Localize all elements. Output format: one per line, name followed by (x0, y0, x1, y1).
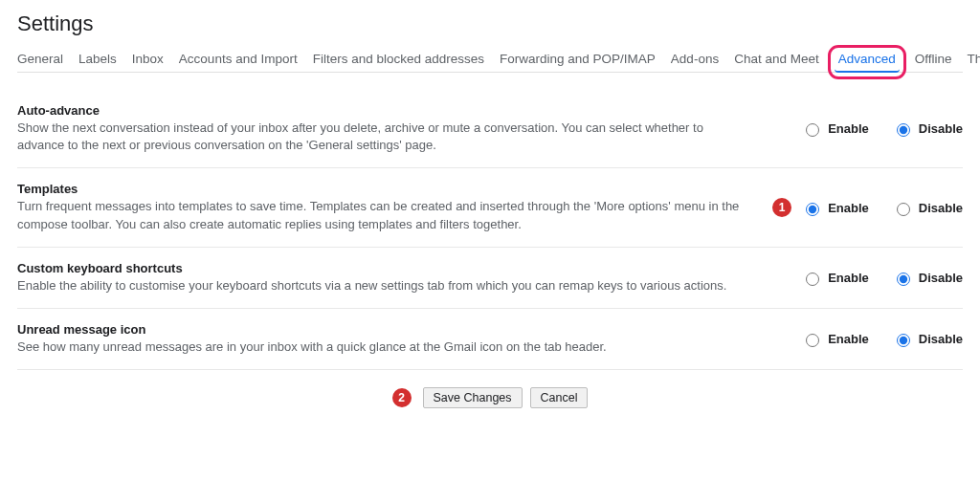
templates-enable-radio[interactable] (806, 203, 819, 216)
page-title: Settings (17, 11, 963, 36)
tab-general[interactable]: General (17, 52, 63, 66)
annotation-badge-2: 2 (392, 388, 412, 407)
custom-shortcuts-enable-option[interactable]: Enable (801, 270, 869, 286)
setting-templates: Templates Turn frequent messages into te… (17, 168, 963, 247)
tab-themes[interactable]: Themes (968, 52, 980, 66)
enable-label: Enable (828, 271, 869, 285)
tab-accounts-import[interactable]: Accounts and Import (179, 52, 298, 66)
disable-label: Disable (919, 121, 963, 136)
templates-disable-radio[interactable] (897, 203, 910, 216)
tab-labels[interactable]: Labels (78, 52, 117, 66)
unread-icon-disable-radio[interactable] (897, 334, 910, 347)
disable-label: Disable (919, 271, 963, 285)
templates-enable-option[interactable]: Enable (801, 200, 869, 216)
setting-unread-icon: Unread message icon See how many unread … (17, 309, 963, 370)
enable-label: Enable (828, 121, 869, 136)
tab-offline[interactable]: Offline (915, 52, 952, 66)
enable-label: Enable (828, 201, 869, 215)
setting-unread-icon-desc: See how many unread messages are in your… (17, 338, 752, 356)
tab-add-ons[interactable]: Add-ons (671, 52, 719, 66)
auto-advance-enable-radio[interactable] (806, 123, 819, 137)
setting-auto-advance-title: Auto-advance (17, 103, 752, 118)
auto-advance-disable-radio[interactable] (897, 123, 910, 137)
setting-auto-advance-desc: Show the next conversation instead of yo… (17, 120, 752, 154)
setting-auto-advance: Auto-advance Show the next conversation … (17, 90, 963, 168)
tab-forwarding-pop-imap[interactable]: Forwarding and POP/IMAP (500, 52, 656, 66)
unread-icon-enable-option[interactable]: Enable (801, 331, 869, 347)
cancel-button[interactable]: Cancel (530, 387, 589, 408)
setting-custom-shortcuts-desc: Enable the ability to customise your key… (17, 277, 752, 295)
custom-shortcuts-disable-option[interactable]: Disable (892, 270, 963, 286)
setting-custom-shortcuts-title: Custom keyboard shortcuts (17, 261, 752, 275)
tab-inbox[interactable]: Inbox (132, 52, 164, 66)
auto-advance-enable-option[interactable]: Enable (801, 120, 869, 137)
templates-disable-option[interactable]: Disable (892, 200, 963, 216)
settings-tabs: General Labels Inbox Accounts and Import… (17, 52, 963, 73)
disable-label: Disable (919, 201, 963, 215)
unread-icon-enable-radio[interactable] (806, 334, 819, 347)
tab-advanced[interactable]: Advanced (835, 52, 900, 73)
tab-chat-meet[interactable]: Chat and Meet (734, 52, 819, 66)
setting-templates-desc: Turn frequent messages into templates to… (17, 198, 744, 232)
auto-advance-disable-option[interactable]: Disable (892, 120, 963, 137)
setting-custom-shortcuts: Custom keyboard shortcuts Enable the abi… (17, 248, 963, 309)
unread-icon-disable-option[interactable]: Disable (892, 331, 963, 347)
save-changes-button[interactable]: Save Changes (423, 387, 523, 408)
disable-label: Disable (919, 332, 963, 346)
annotation-badge-1: 1 (772, 198, 791, 217)
custom-shortcuts-disable-radio[interactable] (897, 273, 910, 286)
buttons-row: 2 Save Changes Cancel (17, 387, 963, 408)
setting-templates-title: Templates (17, 182, 744, 196)
enable-label: Enable (828, 332, 869, 346)
setting-unread-icon-title: Unread message icon (17, 322, 752, 337)
custom-shortcuts-enable-radio[interactable] (806, 273, 819, 286)
tab-filters-blocked[interactable]: Filters and blocked addresses (313, 52, 484, 66)
